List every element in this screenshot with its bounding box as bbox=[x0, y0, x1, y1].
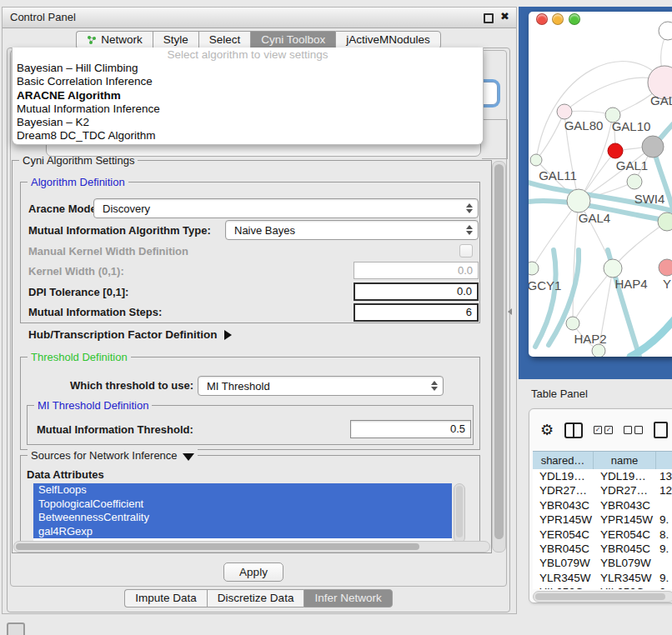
tab-select[interactable]: Select bbox=[198, 31, 251, 49]
node-hap4[interactable] bbox=[604, 259, 622, 278]
table-cell: YIL052C bbox=[533, 585, 594, 589]
table-row[interactable]: YLR345WYLR345W9. bbox=[533, 571, 672, 585]
manual-kernel-checkbox[interactable] bbox=[459, 244, 473, 258]
table-header-row: shared… name A bbox=[533, 451, 672, 471]
attribute-list-item[interactable]: BetweennessCentrality bbox=[33, 511, 452, 525]
mi-threshold-field[interactable]: 0.5 bbox=[350, 420, 471, 438]
tab-impute-data[interactable]: Impute Data bbox=[124, 589, 207, 608]
dropdown-option[interactable]: ARACNE Algorithm bbox=[13, 89, 483, 102]
split-divider-handle[interactable] bbox=[508, 308, 512, 315]
table-row[interactable]: YBL079WYBL079W bbox=[533, 556, 672, 570]
table-row[interactable]: YDL19…YDL19…13 bbox=[533, 469, 672, 483]
node-gal1[interactable] bbox=[627, 174, 642, 189]
node-gcy1[interactable] bbox=[529, 262, 539, 275]
dropdown-option[interactable]: Mutual Information Inference bbox=[13, 102, 483, 116]
tab-infer-network[interactable]: Infer Network bbox=[303, 589, 392, 608]
table-cell: YLR345W bbox=[533, 571, 594, 585]
scrollbar-thumb[interactable] bbox=[535, 593, 665, 600]
table-row[interactable]: YDR27…YDR27…12 bbox=[533, 483, 672, 498]
aracne-mode-combo[interactable]: Discovery bbox=[93, 198, 479, 218]
apply-button[interactable]: Apply bbox=[223, 562, 283, 582]
data-attributes-label: Data Attributes bbox=[27, 468, 104, 481]
table-panel-title: Table Panel bbox=[531, 388, 588, 400]
kernel-width-field[interactable]: 0.0 bbox=[354, 262, 479, 279]
deselect-all-columns-icon[interactable] bbox=[624, 426, 643, 434]
threshold-definition-title: Threshold Definition bbox=[28, 351, 131, 363]
control-panel-title: Control Panel bbox=[10, 11, 76, 23]
table-cell: 9. bbox=[656, 542, 672, 556]
attribute-list-item[interactable]: TopologicalCoefficient bbox=[33, 498, 452, 512]
bottom-corner-icon[interactable] bbox=[7, 622, 25, 635]
node-unlabeled-bottom[interactable] bbox=[592, 344, 605, 357]
gear-icon[interactable]: ⚙ bbox=[540, 422, 554, 438]
node-unlabeled-top[interactable] bbox=[659, 22, 672, 40]
node-hap2-label: HAP2 bbox=[574, 332, 606, 346]
dpi-tolerance-field[interactable]: 0.0 bbox=[354, 282, 479, 301]
settings-vertical-scrollbar[interactable] bbox=[492, 161, 506, 552]
close-icon[interactable]: ✖ bbox=[500, 10, 509, 22]
mi-threshold-label: Mutual Information Threshold: bbox=[37, 423, 193, 436]
table-row[interactable]: YBR045CYBR045C9. bbox=[533, 542, 672, 556]
column-header[interactable]: A bbox=[656, 452, 672, 470]
node-gal-top-label: GAL bbox=[650, 93, 672, 108]
table-cell: YDL19… bbox=[533, 469, 594, 483]
attribute-list-item[interactable]: gal4RGexp bbox=[33, 525, 452, 539]
tab-label: Discretize Data bbox=[218, 592, 294, 604]
node-hap2[interactable] bbox=[566, 317, 579, 330]
bottom-tabs: Impute Data Discretize Data Infer Networ… bbox=[2, 589, 515, 608]
node-salmon[interactable] bbox=[659, 259, 672, 276]
table-horizontal-scrollbar[interactable] bbox=[533, 591, 672, 602]
mi-type-combo[interactable]: Naive Bayes bbox=[225, 220, 479, 240]
expanded-arrow-icon[interactable] bbox=[183, 453, 194, 461]
node-gal80[interactable] bbox=[557, 104, 572, 119]
table-row[interactable]: YIL052CYIL052C0. bbox=[533, 585, 672, 589]
node-gal4[interactable] bbox=[567, 189, 590, 212]
network-icon bbox=[87, 35, 97, 45]
columns-icon[interactable] bbox=[564, 422, 583, 438]
background-groupbox-fragment bbox=[482, 119, 508, 159]
node-red[interactable] bbox=[608, 143, 623, 158]
network-canvas[interactable]: GALGAL80GAL10GAL1GAL11GAL4SWI4GCY1HAP4YH… bbox=[529, 12, 672, 357]
table-cell bbox=[656, 498, 672, 512]
column-header[interactable]: shared… bbox=[533, 452, 594, 470]
network-window[interactable]: GALGAL80GAL10GAL1GAL11GAL4SWI4GCY1HAP4YH… bbox=[529, 12, 672, 357]
node-gal11[interactable] bbox=[530, 154, 542, 166]
node-swi4[interactable] bbox=[658, 212, 672, 231]
dropdown-options: Bayesian – Hill ClimbingBasic Correlatio… bbox=[13, 62, 483, 143]
dropdown-option[interactable]: Bayesian – K2 bbox=[13, 116, 483, 129]
dropdown-option[interactable]: Dream8 DC_TDC Algorithm bbox=[13, 129, 483, 142]
tab-cyni-toolbox[interactable]: Cyni Toolbox bbox=[250, 31, 335, 49]
node-gray[interactable] bbox=[642, 136, 664, 158]
scrollbar-thumb[interactable] bbox=[456, 486, 463, 538]
mi-steps-label: Mutual Information Steps: bbox=[28, 306, 162, 318]
scrollbar-thumb[interactable] bbox=[16, 543, 419, 550]
aracne-mode-value: Discovery bbox=[94, 202, 464, 215]
dropdown-option[interactable]: Basic Correlation Inference bbox=[13, 75, 483, 88]
column-header[interactable]: name bbox=[594, 452, 656, 470]
table-row[interactable]: YPR145WYPR145W9. bbox=[533, 512, 672, 527]
algorithm-definition-title: Algorithm Definition bbox=[28, 176, 128, 188]
tab-jactivemnodules[interactable]: jActiveMNodules bbox=[335, 31, 441, 49]
float-icon[interactable] bbox=[484, 13, 494, 23]
node-gcy1-label: GCY1 bbox=[529, 278, 561, 292]
hub-section-label: Hub/Transcription Factor Definition bbox=[28, 328, 218, 341]
table-row[interactable]: YBR043CYBR043C bbox=[533, 498, 672, 512]
new-table-icon[interactable] bbox=[654, 422, 668, 438]
tab-label: Network bbox=[101, 33, 143, 46]
scrollbar-thumb[interactable] bbox=[494, 164, 504, 539]
table-cell: YPR145W bbox=[533, 512, 594, 527]
tab-network[interactable]: Network bbox=[76, 31, 153, 49]
attributes-vertical-scrollbar[interactable] bbox=[454, 483, 465, 543]
data-attributes-list[interactable]: SelfLoopsTopologicalCoefficientBetweenne… bbox=[33, 483, 452, 542]
which-threshold-combo[interactable]: MI Threshold bbox=[198, 376, 444, 396]
dropdown-option[interactable]: Bayesian – Hill Climbing bbox=[13, 62, 483, 75]
select-all-columns-icon[interactable]: ✓✓ bbox=[594, 426, 613, 434]
tab-discretize-data[interactable]: Discretize Data bbox=[207, 589, 304, 608]
settings-horizontal-scrollbar[interactable] bbox=[13, 541, 490, 552]
hub-section-toggle[interactable]: Hub/Transcription Factor Definition bbox=[28, 328, 232, 341]
table-row[interactable]: YER054CYER054C8. bbox=[533, 528, 672, 542]
attribute-list-item[interactable]: SelfLoops bbox=[33, 483, 452, 498]
control-panel-titlebar[interactable]: Control Panel ✖ bbox=[3, 8, 516, 28]
tab-style[interactable]: Style bbox=[153, 31, 198, 49]
mi-steps-field[interactable]: 6 bbox=[354, 303, 479, 322]
